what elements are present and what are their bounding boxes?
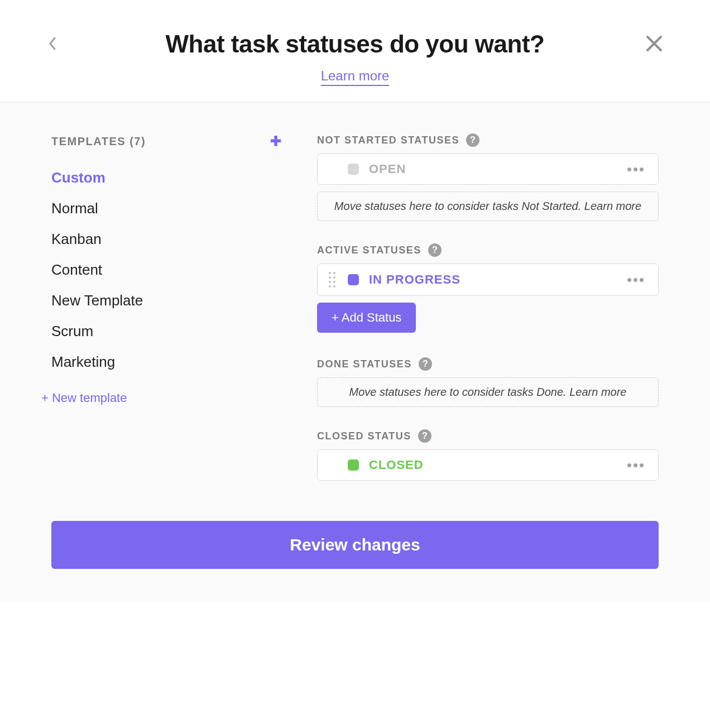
- template-item[interactable]: Marketing: [51, 347, 286, 377]
- chevron-left-icon: [48, 36, 57, 51]
- status-name: OPEN: [369, 162, 624, 176]
- main-content: TEMPLATES (7) ✚ CustomNormalKanbanConten…: [0, 102, 710, 510]
- not-started-drop-zone[interactable]: Move statuses here to consider tasks Not…: [317, 191, 659, 221]
- template-item[interactable]: Normal: [51, 193, 286, 224]
- help-icon[interactable]: ?: [466, 133, 479, 147]
- add-status-button[interactable]: + Add Status: [317, 303, 416, 333]
- done-label: DONE STATUSES: [317, 358, 412, 370]
- templates-label: TEMPLATES (7): [51, 135, 146, 148]
- learn-more-link[interactable]: Learn more: [584, 200, 641, 212]
- drop-zone-text: Move statuses here to consider tasks Not…: [334, 200, 584, 212]
- templates-sidebar: TEMPLATES (7) ✚ CustomNormalKanbanConten…: [51, 133, 286, 487]
- more-icon[interactable]: [624, 460, 647, 471]
- closed-label: CLOSED STATUS: [317, 430, 411, 442]
- learn-more-link[interactable]: Learn more: [321, 68, 390, 86]
- review-changes-button[interactable]: Review changes: [51, 521, 659, 569]
- template-item[interactable]: Kanban: [51, 224, 286, 255]
- not-started-list: OPEN: [317, 154, 659, 185]
- status-item[interactable]: IN PROGRESS: [317, 264, 659, 296]
- close-icon: [644, 33, 664, 54]
- active-label: ACTIVE STATUSES: [317, 245, 421, 256]
- template-item[interactable]: Content: [51, 255, 286, 285]
- drop-zone-text: Move statuses here to consider tasks Don…: [349, 386, 570, 398]
- status-item[interactable]: OPEN: [317, 154, 659, 185]
- header-center: What task statuses do you want? Learn mo…: [166, 30, 545, 86]
- status-item[interactable]: CLOSED: [317, 449, 659, 481]
- add-template-icon[interactable]: ✚: [270, 133, 281, 149]
- template-item[interactable]: Custom: [51, 162, 286, 193]
- status-sections: NOT STARTED STATUSES ? OPEN Move statuse…: [286, 133, 659, 487]
- not-started-label: NOT STARTED STATUSES: [317, 135, 459, 146]
- more-icon[interactable]: [624, 164, 647, 175]
- page-title: What task statuses do you want?: [166, 30, 545, 58]
- footer: Review changes: [0, 510, 710, 602]
- help-icon[interactable]: ?: [428, 243, 442, 257]
- status-name: IN PROGRESS: [369, 272, 624, 287]
- template-item[interactable]: New Template: [51, 285, 286, 316]
- drag-handle-icon[interactable]: [329, 272, 339, 288]
- templates-header: TEMPLATES (7) ✚: [51, 133, 286, 149]
- status-color-swatch: [348, 459, 359, 471]
- status-color-swatch: [348, 274, 359, 285]
- status-name: CLOSED: [369, 458, 624, 472]
- not-started-header: NOT STARTED STATUSES ?: [317, 133, 659, 147]
- back-button[interactable]: [46, 37, 59, 50]
- closed-header: CLOSED STATUS ?: [317, 429, 659, 443]
- status-color-swatch: [348, 164, 359, 175]
- help-icon[interactable]: ?: [419, 357, 432, 371]
- template-list: CustomNormalKanbanContentNew TemplateScr…: [51, 162, 286, 377]
- active-header: ACTIVE STATUSES ?: [317, 243, 659, 257]
- closed-list: CLOSED: [317, 449, 659, 481]
- close-button[interactable]: [642, 31, 666, 56]
- done-drop-zone[interactable]: Move statuses here to consider tasks Don…: [317, 377, 659, 407]
- new-template-button[interactable]: + New template: [41, 391, 286, 405]
- active-list: IN PROGRESS: [317, 264, 659, 296]
- more-icon[interactable]: [624, 275, 647, 285]
- header: What task statuses do you want? Learn mo…: [0, 0, 710, 102]
- template-item[interactable]: Scrum: [51, 316, 286, 347]
- learn-more-link[interactable]: Learn more: [569, 386, 626, 398]
- done-header: DONE STATUSES ?: [317, 357, 659, 371]
- help-icon[interactable]: ?: [418, 429, 431, 443]
